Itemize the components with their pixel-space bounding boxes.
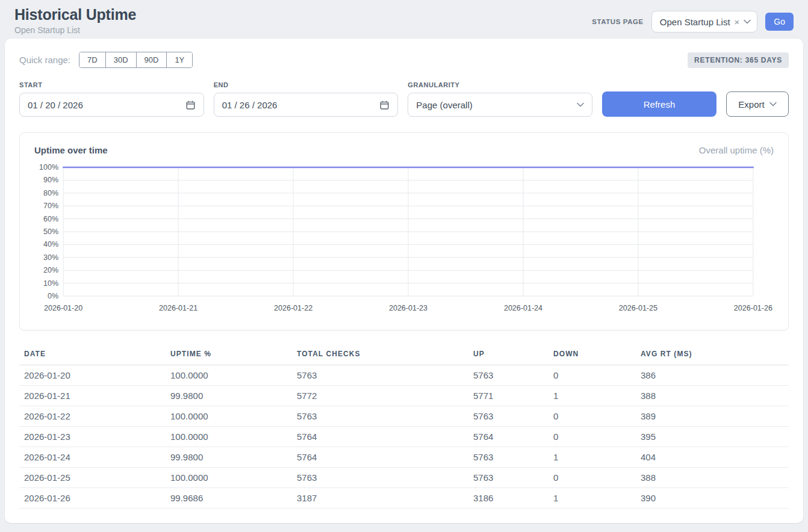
y-tick-label: 80% xyxy=(43,189,58,197)
calendar-icon[interactable] xyxy=(379,100,390,110)
table-row: 2026-01-20100.0000576357630386 xyxy=(19,365,789,386)
y-tick-label: 0% xyxy=(48,292,58,300)
table-row: 2026-01-23100.0000576457640395 xyxy=(19,427,789,447)
table-row: 2026-01-2699.9686318731861390 xyxy=(19,488,789,509)
table-cell: 100.0000 xyxy=(166,406,292,427)
table-cell: 5772 xyxy=(292,386,468,406)
page-title: Historical Uptime xyxy=(14,6,136,23)
y-tick-label: 30% xyxy=(43,253,58,262)
table-cell: 5763 xyxy=(468,406,549,427)
granularity-select[interactable]: Page (overall) xyxy=(408,93,592,117)
table-cell: 5764 xyxy=(468,427,549,447)
table-cell: 1 xyxy=(549,447,636,468)
x-tick-label: 2026-01-22 xyxy=(274,304,312,312)
table-cell: 5763 xyxy=(292,365,468,386)
x-tick-label: 2026-01-25 xyxy=(619,304,657,312)
table-cell: 388 xyxy=(636,468,789,488)
table-cell: 2026-01-24 xyxy=(19,447,166,468)
table-cell: 2026-01-26 xyxy=(19,488,166,509)
table-cell: 389 xyxy=(636,406,789,427)
chevron-down-icon xyxy=(769,102,777,107)
table-row: 2026-01-22100.0000576357630389 xyxy=(19,406,789,427)
start-date-field-wrap: START 01 / 20 / 2026 xyxy=(19,81,204,117)
x-tick-label: 2026-01-23 xyxy=(389,304,427,312)
table-cell: 5764 xyxy=(292,427,468,447)
table-cell: 395 xyxy=(636,427,789,447)
table-cell: 5763 xyxy=(292,406,468,427)
title-block: Historical Uptime Open Startup List xyxy=(14,6,136,35)
table-cell: 5763 xyxy=(468,365,549,386)
table-cell: 1 xyxy=(549,488,636,509)
quick-range-row: Quick range: 7D 30D 90D 1Y RETENTION: 36… xyxy=(19,52,789,68)
table-cell: 5763 xyxy=(292,468,468,488)
go-button[interactable]: Go xyxy=(765,13,794,31)
export-label: Export xyxy=(738,99,764,110)
table-cell: 386 xyxy=(636,365,789,386)
table-cell: 0 xyxy=(549,427,636,447)
col-up: UP xyxy=(468,344,549,365)
y-tick-label: 60% xyxy=(43,215,58,223)
quick-range-7d[interactable]: 7D xyxy=(79,52,105,67)
calendar-icon[interactable] xyxy=(185,100,196,110)
table-cell: 388 xyxy=(636,386,789,406)
chart-header: Uptime over time Overall uptime (%) xyxy=(34,145,774,155)
refresh-button[interactable]: Refresh xyxy=(602,91,716,117)
y-tick-label: 50% xyxy=(43,227,58,236)
status-page-value: Open Startup List xyxy=(660,17,730,27)
uptime-table: DATE UPTIME % TOTAL CHECKS UP DOWN AVG R… xyxy=(19,344,789,509)
export-button[interactable]: Export xyxy=(726,91,789,117)
table-row: 2026-01-2499.9800576457631404 xyxy=(19,447,789,468)
end-date-input[interactable]: 01 / 26 / 2026 xyxy=(214,93,399,117)
table-cell: 404 xyxy=(636,447,789,468)
table-cell: 100.0000 xyxy=(166,427,292,447)
end-date-value: 01 / 26 / 2026 xyxy=(222,100,278,110)
quick-range-1y[interactable]: 1Y xyxy=(166,52,192,67)
x-tick-label: 2026-01-24 xyxy=(504,304,542,312)
table-cell: 3186 xyxy=(468,488,549,509)
table-cell: 99.9686 xyxy=(166,488,292,509)
page-subtitle: Open Startup List xyxy=(14,25,136,35)
clear-icon[interactable]: × xyxy=(735,17,740,26)
quick-range-90d[interactable]: 90D xyxy=(136,52,167,67)
status-page-select[interactable]: Open Startup List × xyxy=(651,11,758,32)
table-cell: 5763 xyxy=(468,447,549,468)
table-row: 2026-01-2199.9800577257711388 xyxy=(19,386,789,406)
quick-range-group: 7D 30D 90D 1Y xyxy=(79,52,193,68)
y-tick-label: 10% xyxy=(43,279,58,288)
table-cell: 2026-01-20 xyxy=(19,365,166,386)
chevron-down-icon xyxy=(577,102,584,107)
table-cell: 5763 xyxy=(468,468,549,488)
retention-badge: RETENTION: 365 DAYS xyxy=(688,52,789,68)
filter-fields-row: START 01 / 20 / 2026 END 01 / 26 / 2026 xyxy=(19,81,789,117)
quick-range-label: Quick range: xyxy=(19,55,70,65)
x-tick-label: 2026-01-26 xyxy=(734,304,772,312)
table-cell: 0 xyxy=(549,406,636,427)
table-header: DATE UPTIME % TOTAL CHECKS UP DOWN AVG R… xyxy=(19,344,789,365)
x-tick-label: 2026-01-20 xyxy=(44,304,82,312)
header-right: STATUS PAGE Open Startup List × Go xyxy=(592,11,794,32)
table-cell: 99.9800 xyxy=(166,447,292,468)
table-cell: 390 xyxy=(636,488,789,509)
y-tick-label: 40% xyxy=(43,240,58,249)
table-body: 2026-01-20100.00005763576303862026-01-21… xyxy=(19,365,789,509)
main-panel: Quick range: 7D 30D 90D 1Y RETENTION: 36… xyxy=(5,39,803,523)
end-label: END xyxy=(214,81,399,88)
table-cell: 0 xyxy=(549,468,636,488)
granularity-field-wrap: GRANULARITY Page (overall) xyxy=(408,81,592,117)
uptime-line-chart: 0%10%20%30%40%50%60%70%80%90%100%2026-01… xyxy=(34,161,774,323)
y-tick-label: 100% xyxy=(39,163,58,172)
table-cell: 5771 xyxy=(468,386,549,406)
y-tick-label: 70% xyxy=(43,202,58,210)
granularity-value: Page (overall) xyxy=(416,100,472,110)
start-date-input[interactable]: 01 / 20 / 2026 xyxy=(19,93,204,117)
table-row: 2026-01-25100.0000576357630388 xyxy=(19,468,789,488)
table-cell: 99.9800 xyxy=(166,386,292,406)
quick-range-30d[interactable]: 30D xyxy=(105,52,136,67)
status-page-label: STATUS PAGE xyxy=(592,18,644,25)
table-cell: 100.0000 xyxy=(166,468,292,488)
start-date-value: 01 / 20 / 2026 xyxy=(28,100,83,110)
start-label: START xyxy=(19,81,204,88)
page-header: Historical Uptime Open Startup List STAT… xyxy=(0,0,808,39)
x-tick-label: 2026-01-21 xyxy=(159,304,197,312)
table-cell: 2026-01-22 xyxy=(19,406,166,427)
